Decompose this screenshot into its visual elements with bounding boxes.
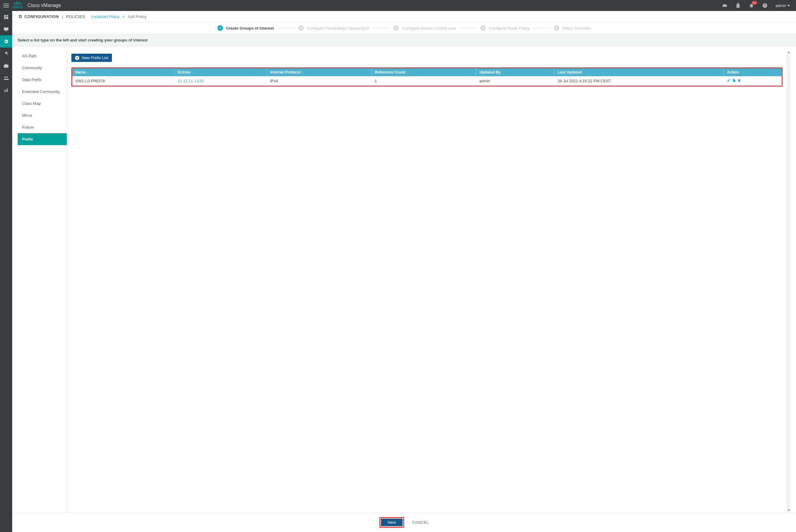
cloud-icon[interactable]: [722, 3, 727, 8]
bell-icon[interactable]: 11: [749, 3, 754, 8]
hamburger-menu-button[interactable]: [0, 0, 12, 11]
svg-rect-2: [3, 7, 9, 7]
clipboard-icon[interactable]: [735, 3, 741, 8]
svg-rect-0: [3, 4, 9, 4]
chevron-down-icon: [788, 5, 790, 6]
help-icon[interactable]: ?: [762, 3, 767, 8]
cisco-logo: CISCO: [12, 1, 23, 10]
svg-text:?: ?: [764, 4, 765, 7]
top-bar: CISCO Cisco vManage 11 ? admin: [0, 0, 796, 11]
notification-badge: 11: [752, 1, 757, 4]
user-name: admin: [776, 3, 786, 8]
svg-rect-1: [3, 5, 9, 6]
user-menu[interactable]: admin: [776, 3, 790, 8]
app-title: Cisco vManage: [27, 3, 61, 8]
